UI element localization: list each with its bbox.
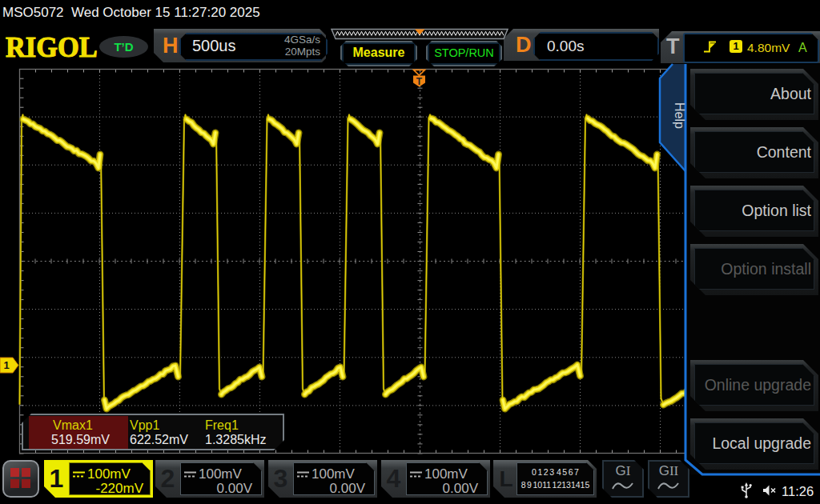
svg-text:1: 1 bbox=[3, 359, 9, 371]
svg-text:T: T bbox=[416, 76, 423, 87]
